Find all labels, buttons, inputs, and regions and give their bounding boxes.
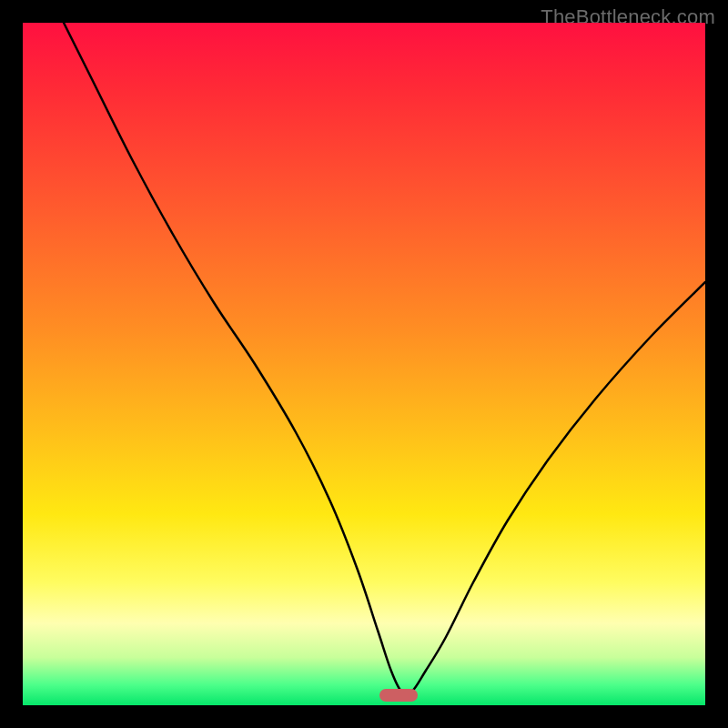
optimum-marker bbox=[379, 689, 418, 702]
chart-frame: TheBottleneck.com bbox=[0, 0, 728, 728]
bottleneck-curve bbox=[23, 23, 705, 705]
plot-area bbox=[23, 23, 705, 705]
